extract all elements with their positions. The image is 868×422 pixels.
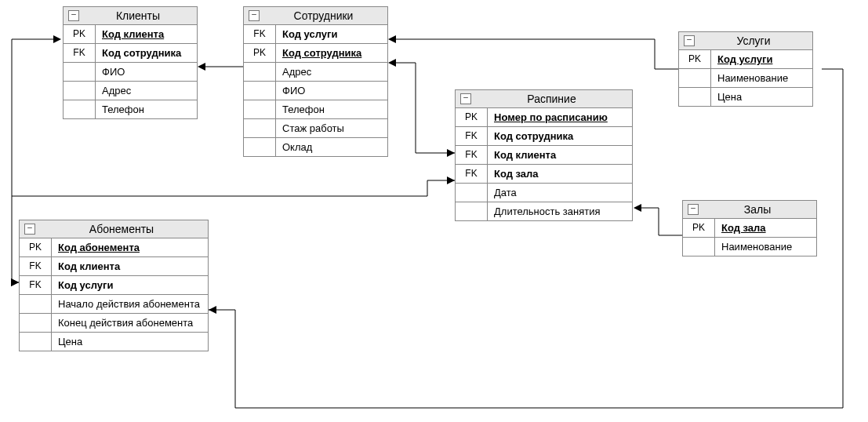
- entity-row[interactable]: Адрес: [244, 63, 387, 82]
- entity-title: −Залы: [683, 201, 816, 219]
- key-cell: [679, 69, 711, 87]
- entity-title: −Абонементы: [20, 220, 208, 238]
- field-cell: Код сотрудника: [96, 44, 197, 62]
- svg-marker-7: [209, 306, 216, 314]
- collapse-icon[interactable]: −: [68, 10, 79, 21]
- key-cell: FK: [456, 165, 488, 183]
- entity-row[interactable]: Дата: [456, 184, 632, 202]
- svg-marker-8: [447, 149, 455, 157]
- entity-schedule[interactable]: −РаспиниеPKНомер по расписаниюFKКод сотр…: [455, 89, 633, 221]
- entity-row[interactable]: FKКод сотрудника: [64, 44, 197, 63]
- key-cell: FK: [20, 276, 52, 294]
- key-cell: FK: [456, 127, 488, 145]
- entity-clients[interactable]: −КлиентыPKКод клиентаFKКод сотрудникаФИО…: [63, 6, 198, 119]
- entity-title-text: Услуги: [736, 35, 770, 47]
- field-cell: Код абонемента: [52, 238, 208, 256]
- field-cell: Цена: [711, 88, 812, 106]
- key-cell: PK: [683, 219, 715, 237]
- field-cell: Код зала: [488, 165, 632, 183]
- entity-row[interactable]: FKКод зала: [456, 165, 632, 184]
- key-cell: [20, 333, 52, 351]
- entity-title-text: Сотрудники: [294, 9, 354, 22]
- entity-row[interactable]: Цена: [679, 88, 812, 106]
- entity-row[interactable]: FKКод клиента: [20, 257, 208, 276]
- field-cell: Оклад: [276, 138, 387, 156]
- collapse-icon[interactable]: −: [460, 93, 471, 104]
- entity-title-text: Абонементы: [89, 223, 154, 235]
- key-cell: PK: [244, 44, 276, 62]
- field-cell: Код клиента: [52, 257, 208, 275]
- entity-row[interactable]: Наименование: [683, 238, 816, 256]
- entity-title: −Услуги: [679, 32, 812, 50]
- entity-row[interactable]: Наименование: [679, 69, 812, 88]
- entity-services[interactable]: −УслугиPKКод услугиНаименованиеЦена: [678, 31, 813, 107]
- svg-marker-5: [11, 278, 19, 286]
- field-cell: Код услуги: [52, 276, 208, 294]
- entity-row[interactable]: Конец действия абонемента: [20, 314, 208, 333]
- svg-marker-3: [53, 35, 61, 43]
- field-cell: Код сотрудника: [276, 44, 387, 62]
- key-cell: [683, 238, 715, 256]
- key-cell: [244, 82, 276, 100]
- key-cell: FK: [244, 25, 276, 43]
- collapse-icon[interactable]: −: [688, 204, 699, 215]
- field-cell: Код зала: [715, 219, 816, 237]
- collapse-icon[interactable]: −: [684, 35, 695, 46]
- field-cell: Наименование: [715, 238, 816, 256]
- key-cell: [64, 63, 96, 81]
- entity-title: −Распиние: [456, 90, 632, 108]
- key-cell: [20, 295, 52, 313]
- entity-row[interactable]: PKКод услуги: [679, 50, 812, 69]
- entity-row[interactable]: Телефон: [64, 100, 197, 118]
- entity-row[interactable]: FKКод клиента: [456, 146, 632, 165]
- key-cell: FK: [64, 44, 96, 62]
- entity-row[interactable]: Цена: [20, 333, 208, 351]
- field-cell: Наименование: [711, 69, 812, 87]
- field-cell: Конец действия абонемента: [52, 314, 208, 332]
- entity-row[interactable]: PKКод абонемента: [20, 238, 208, 257]
- entity-subscriptions[interactable]: −АбонементыPKКод абонементаFKКод клиента…: [19, 220, 209, 351]
- field-cell: Адрес: [276, 63, 387, 81]
- entity-row[interactable]: Адрес: [64, 82, 197, 100]
- key-cell: PK: [64, 25, 96, 43]
- svg-marker-0: [198, 63, 205, 71]
- key-cell: [244, 119, 276, 137]
- key-cell: [244, 100, 276, 118]
- entity-row[interactable]: PKНомер по расписанию: [456, 108, 632, 127]
- field-cell: Стаж работы: [276, 119, 387, 137]
- entity-row[interactable]: FKКод услуги: [244, 25, 387, 44]
- entity-row[interactable]: PKКод сотрудника: [244, 44, 387, 63]
- entity-row[interactable]: FKКод сотрудника: [456, 127, 632, 146]
- er-diagram-canvas: −КлиентыPKКод клиентаFKКод сотрудникаФИО…: [0, 0, 868, 422]
- collapse-icon[interactable]: −: [24, 224, 35, 235]
- entity-row[interactable]: Стаж работы: [244, 119, 387, 138]
- entity-row[interactable]: Длительность занятия: [456, 202, 632, 220]
- entity-row[interactable]: Начало действия абонемента: [20, 295, 208, 314]
- field-cell: Цена: [52, 333, 208, 351]
- svg-marker-6: [11, 278, 19, 286]
- entity-employees[interactable]: −СотрудникиFKКод услугиPKКод сотрудникаА…: [243, 6, 388, 157]
- collapse-icon[interactable]: −: [249, 10, 260, 21]
- entity-row[interactable]: PKКод клиента: [64, 25, 197, 44]
- field-cell: Код услуги: [711, 50, 812, 68]
- svg-marker-4: [634, 204, 641, 212]
- entity-title: −Сотрудники: [244, 7, 387, 25]
- field-cell: ФИО: [96, 63, 197, 81]
- key-cell: [456, 184, 488, 202]
- key-cell: PK: [20, 238, 52, 256]
- entity-row[interactable]: Телефон: [244, 100, 387, 119]
- entity-row[interactable]: FKКод услуги: [20, 276, 208, 295]
- entity-row[interactable]: ФИО: [244, 82, 387, 100]
- field-cell: Номер по расписанию: [488, 108, 632, 126]
- entity-row[interactable]: Оклад: [244, 138, 387, 156]
- entity-title-text: Залы: [744, 203, 771, 216]
- field-cell: Код клиента: [96, 25, 197, 43]
- field-cell: Начало действия абонемента: [52, 295, 208, 313]
- entity-title-text: Распиние: [527, 93, 576, 105]
- field-cell: Длительность занятия: [488, 202, 632, 220]
- key-cell: FK: [20, 257, 52, 275]
- entity-row[interactable]: PKКод зала: [683, 219, 816, 238]
- entity-halls[interactable]: −ЗалыPKКод залаНаименование: [682, 200, 817, 256]
- entity-row[interactable]: ФИО: [64, 63, 197, 82]
- field-cell: Код сотрудника: [488, 127, 632, 145]
